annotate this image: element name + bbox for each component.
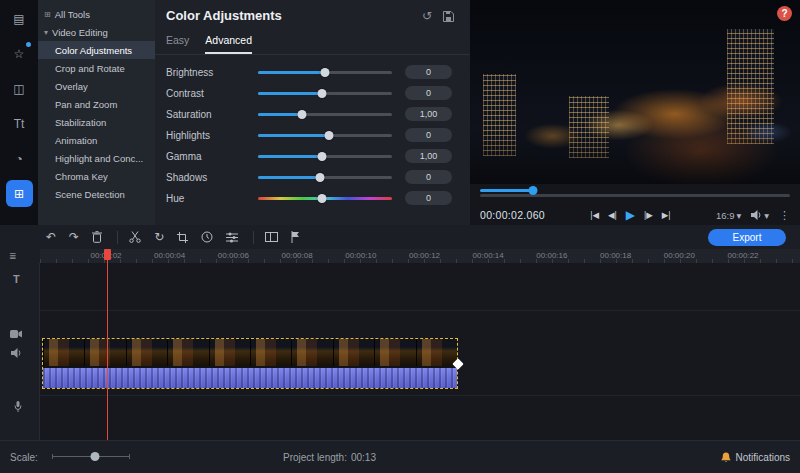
highlights-label: Highlights [166, 130, 210, 141]
audio-track-icon[interactable] [14, 401, 22, 413]
project-length: Project length: 00:13 [283, 441, 376, 473]
slider-fill [258, 134, 329, 137]
crop-button[interactable] [177, 232, 188, 243]
contrast-value[interactable]: 0 [405, 86, 452, 100]
sidebar-item-titles[interactable]: Tt [6, 110, 33, 137]
menu-item-all-tools[interactable]: ⊞All Tools [38, 5, 155, 23]
sidebar-item-more-tools[interactable]: ⊞ [6, 180, 33, 207]
seek-track[interactable] [480, 194, 790, 197]
highlights-value[interactable]: 0 [405, 128, 452, 142]
selected-video-clip[interactable] [42, 338, 458, 389]
top-area: ▤ ☆ ◫ Tt ◔ ⊞ ⊞All Tools ▾Video Editing C… [0, 0, 800, 225]
tools-menu: ⊞All Tools ▾Video Editing Color Adjustme… [38, 0, 155, 225]
clip-audio-waveform[interactable] [43, 368, 457, 388]
title-track-icon[interactable]: T [13, 273, 20, 285]
highlights-slider[interactable] [258, 134, 392, 137]
ruler-label: 00:00:06 [218, 251, 249, 260]
sidebar-item-import[interactable]: ▤ [6, 5, 33, 32]
track-headers: T [0, 263, 40, 440]
playhead[interactable] [107, 249, 108, 440]
transition-wizard-button[interactable] [265, 232, 278, 242]
slider-thumb[interactable] [315, 173, 324, 182]
color-adjustments-panel: Color Adjustments ↺ Easy Advanced Bright… [155, 0, 470, 225]
playhead-handle[interactable] [104, 249, 111, 260]
add-marker-button[interactable] [291, 231, 300, 243]
slider-thumb[interactable] [298, 110, 307, 119]
reset-icon[interactable]: ↺ [422, 9, 432, 23]
clip-speed-button[interactable] [201, 231, 213, 243]
timeline-toolbar: ↶ ↷ ↻ Export [0, 225, 800, 249]
manage-tracks-button[interactable]: ≣ [0, 249, 40, 263]
step-forward-button[interactable]: |▶ [644, 210, 653, 220]
menu-item-stabilization[interactable]: Stabilization [38, 113, 155, 131]
slider-thumb[interactable] [321, 68, 330, 77]
seek-thumb[interactable] [528, 186, 537, 195]
hue-value[interactable]: 0 [405, 191, 452, 205]
help-button[interactable]: ? [777, 6, 792, 21]
aspect-ratio-select[interactable]: 16:9▾ [716, 210, 741, 221]
ruler-area[interactable]: 00:00:02 00:00:04 00:00:06 00:00:08 00:0… [40, 249, 800, 263]
saturation-slider[interactable] [258, 113, 392, 116]
gamma-value[interactable]: 1,00 [405, 149, 452, 163]
menu-item-chroma-key[interactable]: Chroma Key [38, 167, 155, 185]
timeline-ruler[interactable]: 00:00:02 00:00:04 00:00:06 00:00:08 00:0… [0, 249, 800, 263]
sidebar-item-transitions[interactable]: ◫ [6, 75, 33, 102]
undo-button[interactable]: ↶ [46, 231, 56, 243]
save-preset-icon[interactable] [443, 11, 454, 22]
scale-thumb[interactable] [90, 452, 99, 461]
slider-row-contrast: Contrast 0 [155, 83, 470, 104]
rotate-button[interactable]: ↻ [154, 231, 164, 243]
menu-item-animation[interactable]: Animation [38, 131, 155, 149]
menu-item-crop-and-rotate[interactable]: Crop and Rotate [38, 59, 155, 77]
export-button[interactable]: Export [708, 229, 786, 246]
next-clip-button[interactable]: ▶| [662, 210, 671, 220]
filters-icon: ☆ [14, 47, 25, 61]
hue-slider[interactable] [258, 197, 392, 200]
chevron-down-icon: ▾ [764, 210, 769, 221]
titles-icon: Tt [14, 117, 25, 131]
delete-button[interactable] [92, 231, 102, 243]
clip-properties-button[interactable] [226, 232, 238, 243]
more-tools-grid-icon: ⊞ [14, 187, 24, 201]
tab-advanced[interactable]: Advanced [205, 34, 252, 54]
split-button[interactable] [129, 231, 141, 243]
previous-clip-button[interactable]: |◀ [590, 210, 599, 220]
zoom-scale-slider[interactable] [52, 456, 130, 457]
sidebar-item-stickers[interactable]: ◔ [6, 145, 33, 172]
menu-item-scene-detection[interactable]: Scene Detection [38, 185, 155, 203]
video-editor-app: ▤ ☆ ◫ Tt ◔ ⊞ ⊞All Tools ▾Video Editing C… [0, 0, 800, 473]
sliders-list: Brightness 0 Contrast 0 Saturation 1,00 … [155, 55, 470, 209]
clip-filmstrip[interactable] [43, 339, 457, 366]
shadows-value[interactable]: 0 [405, 170, 452, 184]
menu-item-video-editing[interactable]: ▾Video Editing [38, 23, 155, 41]
ruler-label: 00:00:04 [154, 251, 185, 260]
play-button[interactable]: ▶ [626, 208, 635, 222]
ruler-label: 00:00:10 [345, 251, 376, 260]
timeline-tracks[interactable]: T [0, 263, 800, 440]
sidebar-item-filters[interactable]: ☆ [6, 40, 33, 67]
slider-thumb[interactable] [318, 152, 327, 161]
seek-bar[interactable] [480, 189, 790, 201]
tab-easy[interactable]: Easy [166, 34, 189, 54]
menu-item-pan-and-zoom[interactable]: Pan and Zoom [38, 95, 155, 113]
redo-button[interactable]: ↷ [69, 231, 79, 243]
video-track-icon[interactable] [10, 329, 22, 339]
slider-thumb[interactable] [325, 131, 334, 140]
brightness-slider[interactable] [258, 71, 392, 74]
notifications-button[interactable]: Notifications [721, 441, 790, 473]
linked-audio-track-icon[interactable] [11, 348, 22, 358]
contrast-slider[interactable] [258, 92, 392, 95]
gamma-slider[interactable] [258, 155, 392, 158]
menu-item-highlight-and-conceal[interactable]: Highlight and Conc... [38, 149, 155, 167]
slider-thumb[interactable] [318, 89, 327, 98]
menu-item-overlay[interactable]: Overlay [38, 77, 155, 95]
step-back-button[interactable]: ◀| [608, 210, 617, 220]
brightness-value[interactable]: 0 [405, 65, 452, 79]
volume-button[interactable]: ▾ [751, 210, 769, 221]
more-options-icon[interactable]: ⋮ [779, 209, 790, 222]
saturation-value[interactable]: 1,00 [405, 107, 452, 121]
ruler-label: 00:00:14 [473, 251, 504, 260]
slider-thumb[interactable] [318, 194, 327, 203]
shadows-slider[interactable] [258, 176, 392, 179]
menu-item-color-adjustments[interactable]: Color Adjustments [38, 41, 155, 59]
